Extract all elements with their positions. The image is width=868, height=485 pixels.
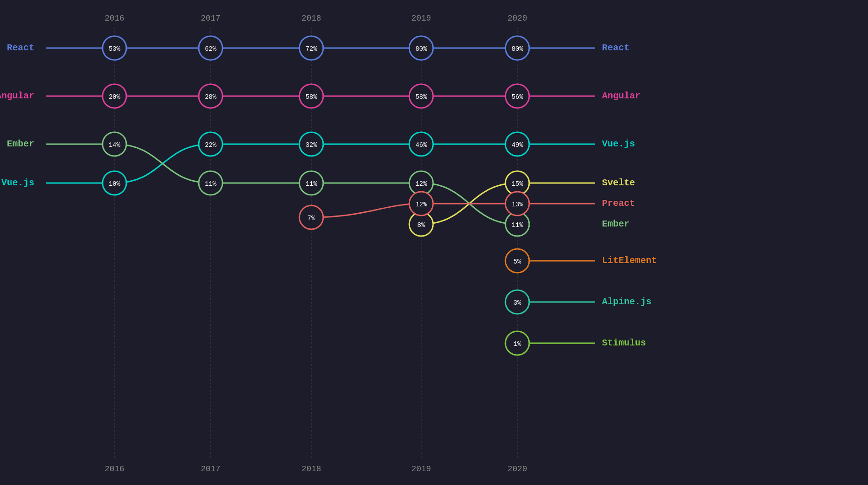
react-2017-value: 62% — [205, 45, 217, 53]
react-left-label: React — [7, 43, 34, 53]
chart-container: 2016 2017 2018 2019 2020 2016 2017 2018 … — [0, 0, 868, 485]
year-top-2016: 2016 — [104, 14, 124, 23]
svelte-right-label: Svelte — [602, 178, 635, 188]
alpinejs-right-label: Alpine.js — [602, 296, 651, 307]
preact-2020-value: 13% — [511, 201, 523, 208]
react-2018-value: 72% — [305, 45, 317, 53]
angular-2018-value: 58% — [305, 93, 317, 101]
year-bottom-2016: 2016 — [104, 464, 124, 474]
react-2019-value: 80% — [415, 45, 427, 53]
litelement-right-label: LitElement — [602, 255, 657, 266]
stimulus-2020-value: 1% — [514, 340, 521, 348]
vuejs-right-label: Vue.js — [602, 139, 635, 149]
angular-2016-value: 20% — [108, 93, 120, 101]
litelement-2020-value: 5% — [514, 258, 521, 265]
vue-2018-value-fixed: 32% — [305, 141, 317, 149]
vue-2019-value: 46% — [415, 141, 427, 149]
ember-2020-value: 11% — [511, 221, 523, 229]
angular-2019-value: 58% — [415, 93, 427, 101]
year-bottom-2019: 2019 — [411, 464, 431, 474]
preact-2019-value: 12% — [415, 201, 427, 208]
year-top-2017: 2017 — [201, 14, 220, 23]
react-2020-value: 80% — [511, 45, 523, 53]
vue-2017-value-fixed: 22% — [205, 141, 217, 149]
preact-right-label: Preact — [602, 198, 635, 209]
year-top-2020: 2020 — [507, 14, 527, 23]
vue-2020-value: 49% — [511, 141, 523, 149]
svg-rect-0 — [0, 0, 868, 485]
ember-right-label: Ember — [602, 219, 629, 229]
ember-2016-value: 14% — [108, 141, 120, 149]
preact-2018-value: 7% — [308, 215, 315, 222]
angular-2017-value: 28% — [205, 93, 217, 101]
ember-2017-value: 11% — [205, 180, 217, 188]
alpinejs-2020-value: 3% — [514, 299, 521, 307]
react-right-label: React — [602, 43, 629, 53]
stimulus-right-label: Stimulus — [602, 338, 646, 348]
angular-2020-value: 56% — [511, 93, 523, 101]
year-bottom-2020: 2020 — [507, 464, 527, 474]
vue-2016-value: 10% — [108, 180, 120, 188]
vuejs-left-label: Vue.js — [1, 178, 34, 188]
year-bottom-2018: 2018 — [301, 464, 321, 474]
angular-right-label: Angular — [602, 91, 640, 101]
year-bottom-2017: 2017 — [201, 464, 220, 474]
angular-left-label: Angular — [0, 91, 34, 101]
svelte-2020-value: 15% — [511, 180, 523, 188]
svelte-2019-value: 8% — [418, 221, 425, 229]
ember-2018-value: 11% — [305, 180, 317, 188]
ember-2019-value: 12% — [415, 180, 427, 188]
ember-left-label: Ember — [7, 139, 34, 149]
year-top-2019: 2019 — [411, 14, 431, 23]
react-2016-value: 53% — [108, 45, 120, 53]
main-chart: 2016 2017 2018 2019 2020 2016 2017 2018 … — [0, 0, 868, 485]
year-top-2018: 2018 — [301, 14, 321, 23]
